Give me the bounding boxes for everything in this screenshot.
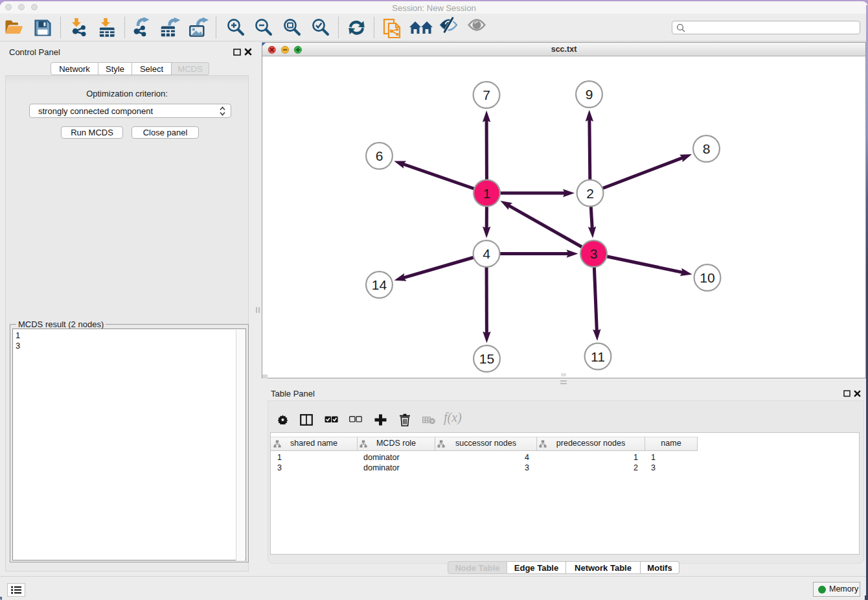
svg-text:1: 1: [483, 186, 491, 201]
svg-text:6: 6: [376, 148, 383, 163]
svg-text:15: 15: [479, 351, 494, 366]
svg-text:11: 11: [591, 349, 605, 364]
svg-text:2: 2: [586, 186, 594, 201]
svg-text:8: 8: [703, 141, 711, 156]
svg-text:9: 9: [586, 87, 593, 102]
svg-text:3: 3: [590, 246, 598, 261]
svg-text:7: 7: [483, 87, 490, 102]
svg-text:10: 10: [700, 270, 714, 285]
svg-text:4: 4: [483, 246, 490, 261]
svg-text:14: 14: [372, 277, 387, 292]
